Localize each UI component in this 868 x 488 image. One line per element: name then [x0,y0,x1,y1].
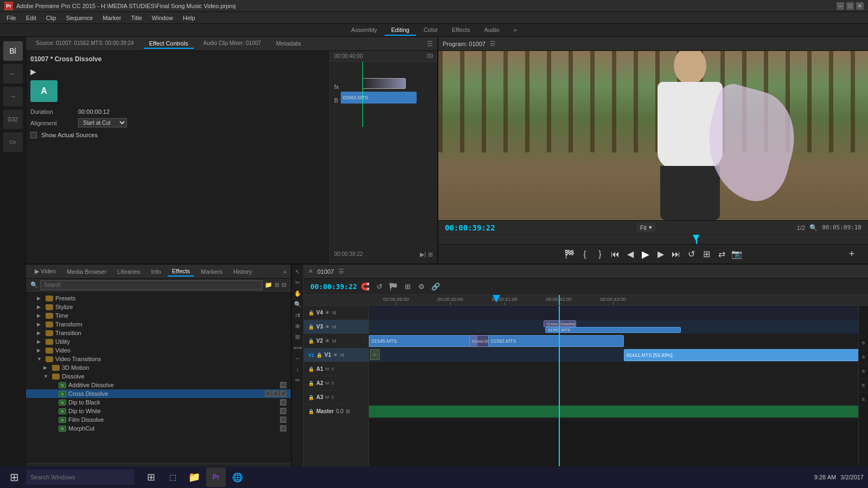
btn-step-fwd[interactable]: ▶ [653,247,668,262]
master-lock-icon[interactable]: 🔒 [308,409,314,414]
tl-btn-settings[interactable]: ⚙ [416,281,427,293]
btn-output-name[interactable]: ⇄ [714,247,729,262]
menu-window[interactable]: Window [148,14,177,22]
effect-timeline-btn2[interactable]: ⊞ [428,251,433,258]
menu-sequence[interactable]: Sequence [62,14,98,22]
taskbar-search[interactable] [26,470,135,485]
a2-solo-btn[interactable]: S [331,381,334,386]
v3-lock-icon[interactable]: 🔒 [308,324,314,330]
maximize-button[interactable]: □ [846,2,854,10]
tab-metadata[interactable]: Metadata [271,39,307,49]
menu-file[interactable]: File [2,14,21,22]
effect-timeline-btn1[interactable]: ▶| [420,251,426,258]
a2-lock-icon[interactable]: 🔒 [308,381,314,386]
a3-solo-btn[interactable]: S [331,395,334,400]
btn-go-start[interactable]: ⏮ [608,247,623,262]
btn-step-back[interactable]: ◀ [623,247,638,262]
a1-solo-btn[interactable]: S [331,367,334,371]
tree-film-dissolve[interactable]: ▶ fx Film Dissolve ⬛ [26,415,291,424]
v1-mute-icon[interactable]: M [340,352,344,358]
tool-slip[interactable]: ↔ [293,354,303,363]
master-expand-btn[interactable]: ⊞ [346,408,350,414]
tl-btn-snap[interactable]: 🧲 [359,281,371,293]
tool-hand[interactable]: ✋ [293,288,303,298]
panel-menu-button[interactable]: ☰ [427,40,433,48]
btn-add-marker[interactable]: 🏁 [562,247,577,262]
tool-track-select[interactable]: ⇉ [293,310,303,320]
cross-dissolve-icon2[interactable]: ⬛ [272,390,279,397]
tl-btn-loop[interactable]: ↺ [373,281,385,293]
workspace-effects[interactable]: Effects [445,25,476,36]
tree-dip-to-white[interactable]: ▶ fx Dip to White ⬛ [26,407,291,415]
tool-select[interactable]: ↖ [293,267,303,277]
transition-clip-visual[interactable] [362,78,406,89]
tree-additive-dissolve[interactable]: ▶ fx Additive Dissolve ⬛ [26,381,291,389]
sidebar-g32-icon[interactable]: G32 [3,110,23,129]
program-scrubber[interactable] [438,234,868,244]
v3-clip-row[interactable]: Cross Dissolve 01562.MTS [369,320,858,334]
tab-audio-mixer[interactable]: Audio Clip Mixer: 01007 [198,39,266,48]
v2-eye-icon[interactable]: 👁 [325,338,330,344]
timeline-clips-scroll[interactable]: Cross Dissolve 01562.MTS 01545.MTS [369,306,858,470]
start-button[interactable]: ⊞ [4,467,24,487]
tree-utility[interactable]: ▶ Utility [26,337,291,346]
tool-rolling-edit[interactable]: ⊞ [293,332,303,342]
v3-eye-icon[interactable]: 👁 [325,324,330,330]
taskbar-chrome[interactable]: 🌐 [228,467,247,487]
scrubber-handle[interactable] [693,235,699,241]
tool-slide[interactable]: ↕ [293,364,303,374]
tree-video[interactable]: ▶ Video [26,346,291,355]
v2-lock-icon[interactable]: 🔒 [308,338,314,344]
workspace-more[interactable]: » [507,25,524,36]
workspace-assembly[interactable]: Assembly [344,25,384,36]
tree-morphcut[interactable]: ▶ fx MorphCut ⬛ [26,424,291,433]
a2-clip-row[interactable] [369,376,858,390]
a1-lock-icon[interactable]: 🔒 [308,367,314,372]
a3-clip-row[interactable] [369,390,858,404]
tree-cross-dissolve[interactable]: ▶ fx Cross Dissolve ⬛ ⬛ ⬛ [26,389,291,398]
btn-in-point[interactable]: { [577,247,592,262]
timeline-menu-icon[interactable]: ☰ [339,268,344,275]
menu-edit[interactable]: Edit [22,14,41,22]
workspace-color[interactable]: Color [417,25,444,36]
workspace-audio[interactable]: Audio [477,25,506,36]
tool-pen[interactable]: ✏ [293,375,303,385]
tool-ripple-edit[interactable]: ⊕ [293,321,303,331]
a3-lock-icon[interactable]: 🔒 [308,395,314,400]
btn-export-frame[interactable]: 📷 [729,247,744,262]
btn-go-end[interactable]: ⏭ [668,247,684,262]
effects-menu-icon[interactable]: ⊟ [282,281,286,288]
sidebar-blog-icon[interactable]: Bl [3,41,23,61]
sidebar-back-icon[interactable]: ← [3,64,23,84]
tab-media-browser[interactable]: Media Browser [62,267,111,276]
v1-eye-icon[interactable]: 👁 [333,352,338,358]
cross-dissolve-icon1[interactable]: ⬛ [265,390,271,397]
btn-safe-margins[interactable]: ⊞ [699,247,714,262]
tab-effect-controls[interactable]: Effect Controls [144,39,194,49]
sidebar-forward-icon[interactable]: → [3,87,23,106]
a1-clip-row[interactable] [369,362,858,376]
program-menu-icon[interactable]: ☰ [490,40,495,47]
effects-panel-more[interactable]: » [283,268,286,275]
v4-lock-icon[interactable]: 🔒 [308,310,314,316]
taskbar-windows-btn[interactable]: ⊞ [141,467,161,487]
cross-dissolve-icon3[interactable]: ⬛ [280,390,286,397]
tl-btn-add-marker[interactable]: 🏁 [387,281,399,293]
effects-search-input[interactable] [40,280,263,290]
menu-marker[interactable]: Marker [98,14,125,22]
workspace-editing[interactable]: Editing [385,25,416,36]
sidebar-connect-icon[interactable]: Co [3,132,23,152]
filter-icon[interactable]: ⊞ [275,281,279,288]
fit-dropdown[interactable]: Fit ▾ [637,223,655,232]
v3-mute-icon[interactable]: M [332,324,336,330]
tab-info[interactable]: Info [147,267,165,276]
tree-stylize[interactable]: ▶ Stylize [26,303,291,311]
a1-mute-btn[interactable]: M [326,367,329,371]
zoom-button[interactable]: 🔍 [809,224,818,232]
b-clip-visual[interactable]: 01562.MTS [341,92,417,104]
master-audio-clip[interactable] [369,406,858,418]
tool-rate-stretch[interactable]: ⟺ [293,343,303,352]
taskbar-task-view[interactable]: ⬚ [163,467,182,487]
btn-out-point[interactable]: } [592,247,608,262]
menu-clip[interactable]: Clip [42,14,61,22]
